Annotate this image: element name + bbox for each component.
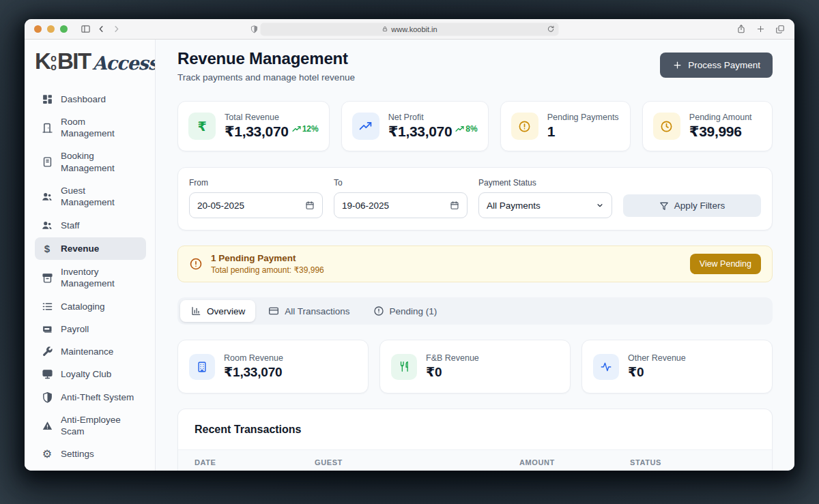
pending-amount-card: Pending Amount ₹39,996 — [642, 101, 773, 151]
from-date-value[interactable] — [197, 201, 286, 211]
dollar-icon: $ — [41, 242, 53, 255]
monitor-icon — [41, 368, 53, 380]
toolbar-right-actions — [736, 24, 785, 34]
fnb-revenue-card: F&B Revenue ₹0 — [379, 340, 571, 394]
share-icon[interactable] — [736, 24, 746, 34]
sidebar-item-guest-management[interactable]: Guest Management — [35, 180, 146, 213]
window-controls — [34, 25, 68, 33]
sidebar-item-revenue[interactable]: $ Revenue — [35, 237, 146, 260]
transactions-table-header: DATE GUEST AMOUNT STATUS — [178, 449, 772, 471]
app-shell: K o o BIT Access Dashboard Room Manageme… — [25, 40, 794, 471]
sidebar-item-inventory-management[interactable]: Inventory Management — [35, 261, 146, 295]
close-window-button[interactable] — [34, 25, 42, 33]
new-tab-icon[interactable] — [756, 25, 765, 33]
main-content: Revenue Management Track payments and ma… — [156, 40, 794, 471]
forward-icon[interactable] — [112, 25, 121, 33]
back-icon[interactable] — [97, 25, 106, 33]
gear-icon: ⚙ — [41, 449, 53, 460]
trending-up-icon — [455, 125, 464, 134]
dashboard-icon — [41, 93, 53, 105]
sidebar-item-anti-employee-scam[interactable]: Anti-Employee Scam — [35, 409, 146, 443]
sidebar-nav: Dashboard Room Management Booking Manage… — [35, 89, 146, 465]
revenue-breakdown-cards: Room Revenue ₹1,33,070 F&B Revenue ₹0 Ot… — [177, 340, 773, 394]
calendar-icon[interactable] — [305, 201, 315, 210]
sidebar-item-payroll[interactable]: Payroll — [35, 318, 146, 340]
calendar-icon[interactable] — [450, 201, 459, 210]
recent-transactions-card: Recent Transactions DATE GUEST AMOUNT ST… — [177, 409, 773, 471]
page-subtitle: Track payments and manage hotel revenue — [177, 72, 355, 83]
to-date-input[interactable] — [334, 192, 468, 218]
sidebar-item-cataloging[interactable]: Cataloging — [35, 296, 146, 317]
logo-stacked-oo: o o — [51, 54, 57, 72]
privacy-shield-icon[interactable] — [250, 25, 259, 34]
sidebar-item-maintenance[interactable]: Maintenance — [35, 341, 146, 362]
to-date-value[interactable] — [342, 201, 431, 211]
sidebar-item-staff[interactable]: Staff — [35, 215, 146, 236]
from-date-input[interactable] — [189, 192, 323, 218]
pending-amount-value: ₹39,996 — [689, 123, 742, 140]
logo-access-script: Access — [93, 56, 156, 72]
column-header-date: DATE — [195, 458, 315, 466]
tab-bar: Overview All Transactions Pending (1) — [177, 297, 773, 325]
users-icon — [41, 191, 53, 203]
browser-toolbar: www.koobit.in — [25, 19, 794, 40]
sidebar: K o o BIT Access Dashboard Room Manageme… — [25, 40, 156, 471]
tab-overview-icon[interactable] — [775, 25, 785, 34]
clock-icon — [653, 113, 680, 140]
view-pending-button[interactable]: View Pending — [690, 254, 761, 274]
page-header: Revenue Management Track payments and ma… — [177, 49, 773, 83]
total-revenue-value: ₹1,33,070 — [225, 123, 289, 140]
tab-all-transactions[interactable]: All Transactions — [258, 300, 360, 322]
total-revenue-card: ₹ Total Revenue ₹1,33,070 12% — [177, 101, 330, 151]
lock-icon — [382, 26, 388, 33]
logo-letter-k: K — [35, 51, 50, 72]
tab-overview[interactable]: Overview — [180, 300, 255, 322]
sidebar-item-anti-theft-system[interactable]: Anti-Theft System — [35, 387, 146, 408]
total-revenue-trend: 12% — [292, 124, 319, 134]
activity-icon — [593, 354, 619, 380]
pending-payments-value: 1 — [547, 123, 555, 140]
sidebar-item-loyalty-club[interactable]: Loyalty Club — [35, 364, 146, 385]
notebook-icon — [41, 156, 53, 168]
stat-cards: ₹ Total Revenue ₹1,33,070 12% — [177, 101, 773, 151]
logo-letters-bit: BIT — [57, 51, 91, 72]
filters-card: From To Payment Status Al — [177, 167, 773, 231]
reload-icon[interactable] — [547, 25, 555, 33]
apply-filters-button[interactable]: Apply Filters — [623, 194, 761, 217]
column-header-amount: AMOUNT — [519, 458, 630, 466]
payment-status-select[interactable]: All Payments — [478, 192, 612, 218]
room-revenue-value: ₹1,33,070 — [224, 364, 283, 380]
warning-icon — [41, 420, 53, 432]
trending-up-icon — [352, 113, 379, 140]
users-icon — [41, 220, 53, 231]
alert-subtitle: Total pending amount: ₹39,996 — [211, 265, 324, 275]
funnel-icon — [659, 201, 669, 211]
plus-icon — [672, 60, 682, 70]
zoom-window-button[interactable] — [60, 25, 68, 33]
fnb-revenue-value: ₹0 — [426, 364, 479, 380]
process-payment-button[interactable]: Process Payment — [660, 53, 773, 78]
minimize-window-button[interactable] — [47, 25, 55, 33]
wrench-icon — [41, 346, 53, 357]
alert-circle-icon — [511, 113, 538, 140]
tab-pending[interactable]: Pending (1) — [363, 300, 448, 322]
rupee-icon: ₹ — [188, 113, 216, 140]
address-bar[interactable]: www.koobit.in — [261, 23, 559, 35]
other-revenue-value: ₹0 — [628, 364, 686, 380]
sidebar-item-room-management[interactable]: Room Management — [35, 111, 146, 145]
payment-status-field: Payment Status All Payments — [478, 178, 612, 218]
to-date-field: To — [334, 178, 468, 218]
recent-transactions-title: Recent Transactions — [178, 424, 772, 436]
sidebar-item-dashboard[interactable]: Dashboard — [35, 89, 146, 110]
alert-circle-icon — [189, 257, 203, 271]
column-header-guest: GUEST — [315, 458, 519, 466]
utensils-icon — [391, 354, 417, 380]
kobit-access-logo: K o o BIT Access — [35, 51, 146, 72]
sidebar-item-settings[interactable]: ⚙ Settings — [35, 443, 146, 464]
sidebar-item-booking-management[interactable]: Booking Management — [35, 145, 146, 179]
sidebar-toggle-icon[interactable] — [81, 24, 91, 34]
trending-up-icon — [292, 125, 301, 134]
alert-circle-icon — [373, 306, 384, 316]
archive-icon — [41, 272, 53, 284]
browser-window: www.koobit.in K o o — [25, 19, 794, 471]
